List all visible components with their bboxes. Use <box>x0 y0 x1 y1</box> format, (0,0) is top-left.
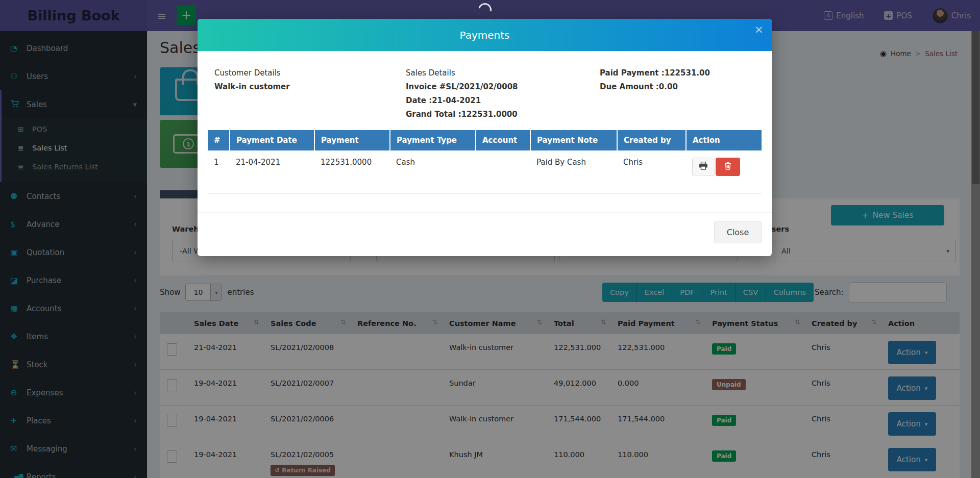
app-root: Billing Book ≡ + A English + POS Chris ◔… <box>0 0 980 478</box>
customer-details-label: Customer Details <box>214 66 290 80</box>
close-icon[interactable]: × <box>754 23 764 36</box>
cell-created-by: Chris <box>617 150 686 194</box>
payment-row-actions <box>692 158 755 176</box>
modal-title: Payments <box>460 29 510 41</box>
due-amount-line: Due Amount :0.00 <box>600 80 710 94</box>
cell-payment-date: 21-04-2021 <box>230 150 314 194</box>
cell-payment: 122531.0000 <box>314 150 390 194</box>
col-payment-date: Payment Date <box>230 130 314 150</box>
delete-payment-button[interactable] <box>716 158 740 176</box>
col-payment: Payment <box>314 130 390 150</box>
cell-payment-note: Paid By Cash <box>530 150 617 194</box>
customer-details-section: Customer Details Walk-in customer <box>214 66 290 94</box>
cell-payment-type: Cash <box>390 150 476 194</box>
col-number: # <box>208 130 230 150</box>
payments-modal: Payments × Customer Details Walk-in cust… <box>198 19 772 256</box>
modal-footer: Close <box>198 212 772 256</box>
payment-row: 1 21-04-2021 122531.0000 Cash Paid By Ca… <box>208 150 762 194</box>
col-created-by: Created by <box>617 130 686 150</box>
cell-number: 1 <box>208 150 230 194</box>
close-button[interactable]: Close <box>714 221 762 243</box>
sales-details-label: Sales Details <box>406 66 518 80</box>
trash-icon <box>724 162 731 172</box>
print-payment-button[interactable] <box>692 158 715 176</box>
cell-account <box>476 150 530 194</box>
col-action: Action <box>686 130 762 150</box>
col-payment-type: Payment Type <box>390 130 476 150</box>
paid-payment-line: Paid Payment :122531.00 <box>600 66 710 80</box>
col-payment-note: Payment Note <box>530 130 617 150</box>
sales-details-section: Sales Details Invoice #SL/2021/02/0008 D… <box>406 66 518 121</box>
payments-header-row: # Payment Date Payment Payment Type Acco… <box>208 130 762 150</box>
col-account: Account <box>476 130 530 150</box>
payments-modal-header: Payments × <box>198 19 772 51</box>
payment-summary-section: Paid Payment :122531.00 Due Amount :0.00 <box>600 66 710 94</box>
printer-icon <box>699 162 708 172</box>
invoice-line: Invoice #SL/2021/02/0008 <box>406 80 518 94</box>
customer-name: Walk-in customer <box>214 80 290 94</box>
grand-total-line: Grand Total :122531.0000 <box>406 108 518 121</box>
date-line: Date :21-04-2021 <box>406 94 518 108</box>
payments-table: # Payment Date Payment Payment Type Acco… <box>208 130 762 194</box>
